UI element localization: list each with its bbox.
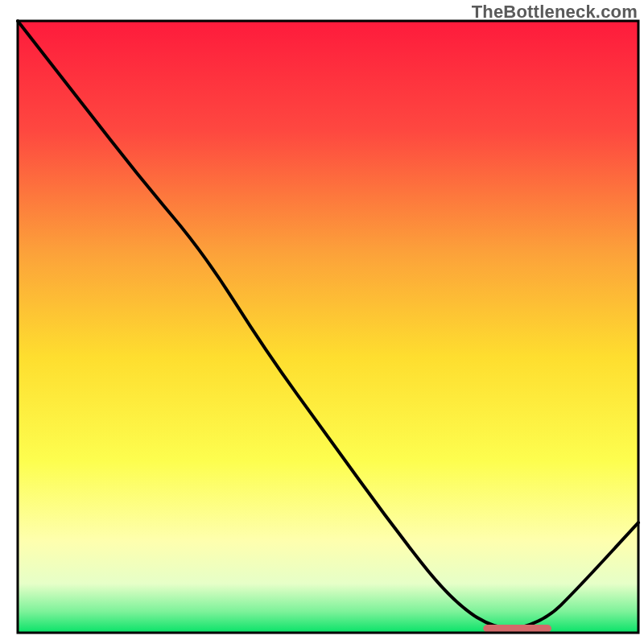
- plot-background: [18, 21, 638, 633]
- optimum-band: [483, 625, 551, 632]
- bottleneck-chart: [0, 0, 644, 644]
- chart-root: TheBottleneck.com: [0, 0, 644, 644]
